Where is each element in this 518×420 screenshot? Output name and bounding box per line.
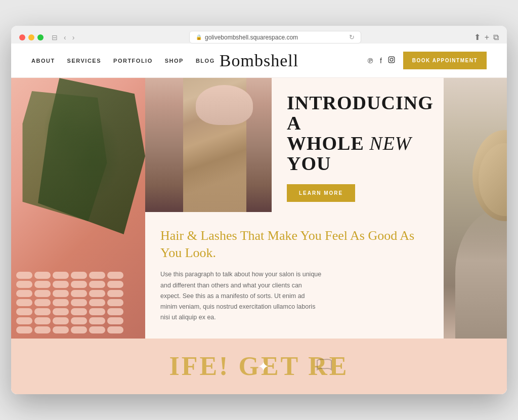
hero-section: INTRODUCING A WHOLE NEW YOU LEARN MORE H… xyxy=(11,78,507,338)
brand-name: Bombshell xyxy=(220,51,298,70)
pill xyxy=(34,317,51,324)
windows-icon[interactable]: ⧉ xyxy=(493,33,499,42)
pill xyxy=(34,281,51,288)
pill xyxy=(53,290,69,297)
face-shape xyxy=(196,85,253,125)
headline-line2: WHOLE xyxy=(287,133,364,154)
browser-actions: ⬆ + ⧉ xyxy=(474,32,499,42)
pill xyxy=(107,326,123,333)
pill xyxy=(107,299,123,306)
instagram-icon[interactable] xyxy=(388,56,395,65)
pill xyxy=(89,290,105,297)
footer-star-icon: ✦ xyxy=(257,358,269,374)
headline-line1: INTRODUCING A xyxy=(287,92,434,134)
nav-links: ABOUT SERVICES PORTFOLIO SHOP BLOG xyxy=(31,58,215,64)
pill xyxy=(107,308,123,315)
pill xyxy=(89,326,105,333)
pill xyxy=(89,308,105,315)
maximize-button[interactable] xyxy=(37,34,44,40)
sidebar-toggle-icon[interactable]: ⊟ xyxy=(50,32,60,43)
pill xyxy=(71,299,87,306)
pill xyxy=(89,272,105,279)
minimize-button[interactable] xyxy=(28,34,34,40)
navigation: ABOUT SERVICES PORTFOLIO SHOP BLOG Bombs… xyxy=(11,44,507,78)
browser-controls: ⊟ ‹ › xyxy=(50,32,76,43)
browser-window: ⊟ ‹ › 🔒 golivebombshell.squarespace.com … xyxy=(11,26,507,394)
pill xyxy=(34,299,51,306)
pill xyxy=(71,317,87,324)
pill xyxy=(53,317,69,324)
pills-background xyxy=(11,156,145,339)
pill xyxy=(16,317,32,324)
browser-chrome: ⊟ ‹ › 🔒 golivebombshell.squarespace.com … xyxy=(11,26,507,44)
facebook-icon[interactable]: f xyxy=(380,57,382,65)
close-button[interactable] xyxy=(19,34,25,40)
section-title: Hair & Lashes That Make You Feel As Good… xyxy=(160,227,428,262)
pill xyxy=(89,299,105,306)
pill xyxy=(34,308,51,315)
pill xyxy=(107,272,123,279)
nav-services[interactable]: SERVICES xyxy=(67,58,101,64)
pill xyxy=(16,299,32,306)
pill xyxy=(71,272,87,279)
pill xyxy=(53,326,69,333)
pill xyxy=(71,326,87,333)
pill xyxy=(71,281,87,288)
pill xyxy=(34,272,51,279)
hero-center-image xyxy=(145,78,272,212)
share-icon[interactable]: ⬆ xyxy=(474,32,481,42)
pill xyxy=(89,317,105,324)
pill xyxy=(16,272,32,279)
back-icon[interactable]: ‹ xyxy=(62,32,68,43)
traffic-lights xyxy=(19,34,44,40)
hero-right-image xyxy=(444,78,507,338)
headline-line3: YOU xyxy=(287,153,331,174)
pill xyxy=(107,317,123,324)
new-tab-icon[interactable]: + xyxy=(485,33,489,42)
nav-right: ℗ f BOOK APPOINTMENT xyxy=(367,52,487,69)
svg-rect-0 xyxy=(388,57,395,63)
footer-peek: IFE! GET RE ✦ xyxy=(11,339,507,394)
website-content: ABOUT SERVICES PORTFOLIO SHOP BLOG Bombs… xyxy=(11,44,507,394)
pinterest-icon[interactable]: ℗ xyxy=(367,57,374,65)
headline-italic: NEW xyxy=(369,133,411,154)
nav-social: ℗ f xyxy=(367,56,395,65)
pill xyxy=(71,308,87,315)
lock-icon: 🔒 xyxy=(196,34,202,40)
reload-icon[interactable]: ↻ xyxy=(349,33,355,41)
nav-portfolio[interactable]: PORTFOLIO xyxy=(113,58,153,64)
address-bar[interactable]: 🔒 golivebombshell.squarespace.com ↻ xyxy=(189,31,361,44)
nav-about[interactable]: ABOUT xyxy=(31,58,55,64)
pill xyxy=(53,308,69,315)
url-text: golivebombshell.squarespace.com xyxy=(205,34,298,41)
nav-shop[interactable]: SHOP xyxy=(165,58,184,64)
address-bar-wrapper: 🔒 golivebombshell.squarespace.com ↻ xyxy=(82,31,467,44)
hero-bottom-section: Hair & Lashes That Make You Feel As Good… xyxy=(145,212,444,339)
nav-wrapper: ABOUT SERVICES PORTFOLIO SHOP BLOG Bombs… xyxy=(11,44,507,78)
pill xyxy=(34,290,51,297)
pill xyxy=(16,308,32,315)
browser-top-bar: ⊟ ‹ › 🔒 golivebombshell.squarespace.com … xyxy=(19,31,499,44)
pill xyxy=(53,299,69,306)
footer-book-icon xyxy=(315,357,333,375)
nav-blog[interactable]: BLOG xyxy=(196,58,215,64)
pill xyxy=(53,272,69,279)
pill xyxy=(89,281,105,288)
hero-headline: INTRODUCING A WHOLE NEW YOU xyxy=(287,93,434,174)
svg-point-1 xyxy=(390,58,393,61)
learn-more-button[interactable]: LEARN MORE xyxy=(287,184,355,202)
pill xyxy=(107,281,123,288)
section-body: Use this paragraph to talk about how you… xyxy=(160,269,322,323)
pill xyxy=(16,290,32,297)
pill xyxy=(107,290,123,297)
hero-text-area: INTRODUCING A WHOLE NEW YOU LEARN MORE xyxy=(272,78,444,212)
hero-left-image xyxy=(11,78,145,338)
pill xyxy=(34,326,51,333)
forward-icon[interactable]: › xyxy=(70,32,77,43)
pill xyxy=(53,281,69,288)
book-appointment-button[interactable]: BOOK APPOINTMENT xyxy=(403,52,487,69)
pill xyxy=(16,326,32,333)
pill xyxy=(16,281,32,288)
pill xyxy=(71,290,87,297)
svg-point-2 xyxy=(393,58,393,59)
